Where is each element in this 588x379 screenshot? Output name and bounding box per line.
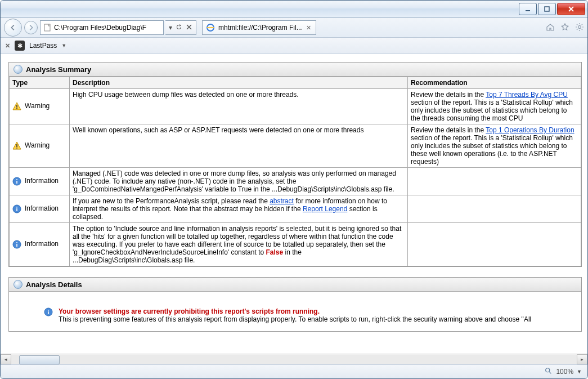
maximize-button[interactable]: [538, 3, 556, 15]
svg-rect-7: [16, 144, 17, 147]
stop-icon: [186, 24, 192, 30]
horizontal-scrollbar[interactable]: ◂ ▸: [1, 354, 587, 364]
ie-icon: [206, 23, 215, 32]
table-row: Information If you are new to the Perfor…: [10, 195, 581, 223]
address-dropdown[interactable]: ▾: [169, 24, 172, 32]
lastpass-icon[interactable]: ✱: [15, 41, 25, 51]
type-label: Information: [25, 204, 59, 212]
analysis-details-header[interactable]: Analysis Details: [9, 278, 581, 292]
script-warning-text: This is preventing some features of this…: [59, 315, 531, 323]
analysis-summary-title: Analysis Summary: [26, 65, 91, 74]
scroll-thumb[interactable]: [19, 355, 60, 364]
toolbar-close[interactable]: ✕: [5, 42, 10, 50]
arrow-left-icon: [9, 24, 17, 32]
svg-point-4: [578, 25, 581, 28]
tab-close-button[interactable]: ✕: [306, 24, 312, 31]
description-cell: If you are new to the PerformanceAnalysi…: [70, 195, 408, 223]
warning-icon: [12, 141, 21, 150]
scroll-right-button[interactable]: ▸: [577, 354, 587, 364]
stop-button[interactable]: [186, 24, 192, 32]
svg-rect-5: [16, 105, 17, 108]
browser-tab[interactable]: mhtml:file://C:\Program Fil... ✕: [202, 20, 316, 35]
svg-rect-2: [44, 24, 50, 31]
zoom-icon[interactable]: [545, 367, 553, 377]
rec-link[interactable]: Top 1 Operations By Duration: [486, 126, 574, 134]
address-text: C:\Program Files\DebugDiag\F: [54, 24, 146, 32]
svg-rect-17: [16, 242, 17, 243]
script-warning-heading: Your browser settings are currently proh…: [59, 307, 531, 315]
description-cell: High CPU usage between dump files was de…: [70, 89, 408, 124]
arrow-right-icon: [27, 24, 35, 32]
zoom-level[interactable]: 100%: [556, 368, 573, 376]
analysis-details-title: Analysis Details: [26, 280, 82, 289]
type-label: Information: [25, 240, 59, 248]
type-label: Information: [25, 177, 59, 185]
description-cell: Managed (.NET) code was detected in one …: [70, 168, 408, 195]
back-button[interactable]: [4, 19, 22, 37]
info-icon: [12, 177, 21, 186]
recommendation-cell: [408, 195, 581, 223]
svg-rect-0: [526, 10, 530, 11]
nav-bar: C:\Program Files\DebugDiag\F ▾ mhtml:fil…: [1, 18, 587, 38]
svg-rect-6: [16, 108, 17, 109]
table-row: Information Managed (.NET) code was dete…: [10, 168, 581, 195]
svg-rect-14: [16, 207, 17, 208]
table-row: Warning Well known operations, such as A…: [10, 124, 581, 168]
svg-rect-10: [16, 181, 17, 184]
svg-rect-13: [16, 208, 17, 211]
scroll-left-button[interactable]: ◂: [1, 354, 11, 364]
svg-rect-16: [16, 244, 17, 247]
type-label: Warning: [25, 141, 50, 149]
false-constant: False: [266, 248, 283, 256]
description-cell: The option to 'Include source and line i…: [70, 223, 408, 266]
warning-icon: [12, 102, 21, 111]
tab-title: mhtml:file://C:\Program Fil...: [218, 24, 302, 32]
svg-rect-1: [545, 7, 549, 11]
favorites-button[interactable]: [560, 23, 569, 33]
info-icon: [44, 307, 53, 318]
star-icon: [560, 23, 569, 32]
forward-button[interactable]: [24, 21, 38, 34]
tools-button[interactable]: [575, 23, 584, 33]
refresh-icon: [176, 24, 182, 30]
bullet-icon: [14, 65, 23, 74]
analysis-summary-panel: Analysis Summary Type Description Recomm…: [8, 62, 582, 267]
col-type: Type: [10, 77, 70, 89]
svg-rect-11: [16, 179, 17, 180]
recommendation-cell: Review the details in the Top 1 Operatio…: [408, 124, 581, 168]
refresh-button[interactable]: [176, 24, 182, 32]
recommendation-cell: [408, 168, 581, 195]
zoom-dropdown[interactable]: ▼: [577, 369, 582, 374]
info-icon: [12, 240, 21, 249]
window-titlebar: [1, 1, 587, 18]
home-icon: [546, 23, 555, 32]
table-row: Warning High CPU usage between dump file…: [10, 89, 581, 124]
table-row: Information The option to 'Include sourc…: [10, 223, 581, 266]
analysis-summary-header[interactable]: Analysis Summary: [9, 63, 581, 77]
type-label: Warning: [25, 102, 50, 110]
recommendation-cell: [408, 223, 581, 266]
svg-point-21: [546, 368, 550, 372]
scroll-track[interactable]: [11, 355, 577, 364]
report-legend-link[interactable]: Report Legend: [303, 205, 347, 213]
description-cell: Well known operations, such as ASP or AS…: [70, 124, 408, 168]
abstract-link[interactable]: abstract: [270, 197, 294, 205]
toolbar-app-label: LastPass: [29, 42, 57, 50]
minimize-button[interactable]: [519, 3, 537, 15]
status-bar: 100% ▼: [1, 364, 587, 378]
extension-toolbar: ✕ ✱ LastPass ▼: [1, 38, 587, 54]
summary-table: Type Description Recommendation Warning …: [9, 77, 581, 266]
home-button[interactable]: [546, 23, 555, 33]
browser-window: C:\Program Files\DebugDiag\F ▾ mhtml:fil…: [0, 0, 588, 379]
svg-rect-8: [16, 148, 17, 149]
col-recommendation: Recommendation: [408, 77, 581, 89]
page-viewport[interactable]: Analysis Summary Type Description Recomm…: [1, 54, 587, 354]
bullet-icon: [14, 280, 23, 289]
recommendation-cell: Review the details in the Top 7 Threads …: [408, 89, 581, 124]
rec-link[interactable]: Top 7 Threads By Avg CPU: [486, 91, 568, 99]
close-button[interactable]: [557, 3, 585, 15]
address-bar[interactable]: C:\Program Files\DebugDiag\F: [40, 20, 164, 35]
gear-icon: [575, 23, 584, 32]
file-icon: [43, 23, 52, 32]
toolbar-dropdown[interactable]: ▼: [61, 43, 66, 48]
